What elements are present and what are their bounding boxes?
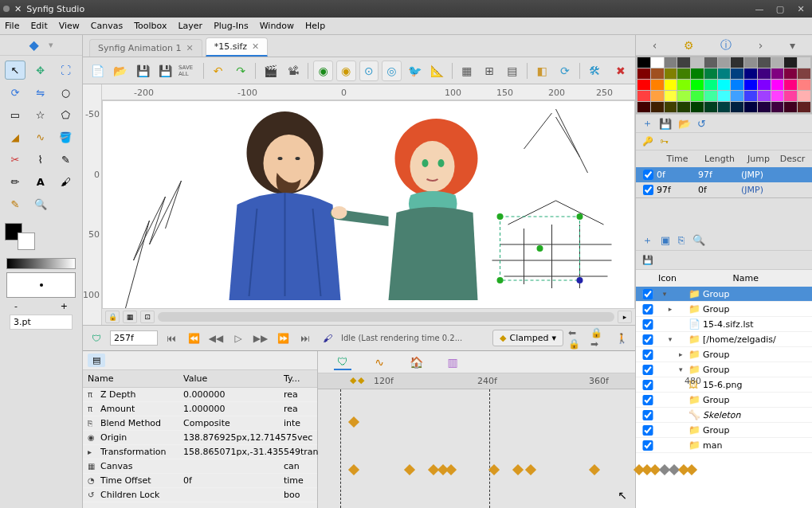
grid-icon[interactable]: ▦ bbox=[457, 61, 477, 81]
layer-row[interactable]: ▸📁Group bbox=[636, 302, 812, 317]
nav-info-icon[interactable]: ⓘ bbox=[720, 38, 732, 53]
lock-icon[interactable]: 🔒 bbox=[105, 311, 120, 323]
layer-visibility-checkbox[interactable] bbox=[639, 395, 657, 405]
palette-swatch[interactable] bbox=[758, 57, 771, 68]
layer-visibility-checkbox[interactable] bbox=[639, 380, 657, 390]
palette-swatch[interactable] bbox=[704, 57, 717, 68]
play-icon[interactable]: ▷ bbox=[229, 330, 247, 347]
settings-icon[interactable]: 🛠 bbox=[585, 61, 605, 81]
minimize-button[interactable]: — bbox=[751, 4, 767, 14]
param-row[interactable]: ↺Children Lockboo bbox=[83, 488, 317, 502]
palette-swatch[interactable] bbox=[744, 102, 757, 112]
palette-swatch[interactable] bbox=[731, 102, 743, 112]
kf-col-descr[interactable]: Descr bbox=[776, 154, 809, 164]
guide-icon[interactable]: ▤ bbox=[503, 61, 523, 81]
palette-swatch[interactable] bbox=[784, 68, 797, 79]
palette-swatch[interactable] bbox=[784, 80, 797, 90]
layer-del-icon[interactable]: 🔍 bbox=[692, 234, 705, 246]
tool-spline[interactable]: ∿ bbox=[30, 127, 51, 147]
param-row[interactable]: ◔Time Offset0ftime bbox=[83, 474, 317, 488]
palette-swatch[interactable] bbox=[798, 57, 810, 68]
tool-eyedrop[interactable]: ✎ bbox=[55, 150, 76, 169]
keyframe-checkbox[interactable] bbox=[643, 170, 653, 180]
bone-icon[interactable]: 📐 bbox=[427, 61, 447, 81]
refresh-icon[interactable]: ⟳ bbox=[555, 61, 575, 81]
palette-swatch[interactable] bbox=[718, 57, 731, 68]
tool-polygon[interactable]: ⬠ bbox=[55, 105, 76, 124]
palette-swatch[interactable] bbox=[771, 68, 784, 79]
brush-size-field[interactable]: 3.pt bbox=[10, 315, 73, 330]
palette-swatch[interactable] bbox=[718, 102, 731, 112]
menu-toolbox[interactable]: Toolbox bbox=[134, 21, 167, 31]
palette-add-icon[interactable]: ＋ bbox=[642, 116, 653, 131]
tool-brush[interactable]: 🖌 bbox=[55, 172, 76, 191]
palette-swatch[interactable] bbox=[771, 91, 784, 101]
tool-mirror[interactable]: ⇋ bbox=[30, 83, 51, 102]
nav-back-icon[interactable]: ‹ bbox=[653, 39, 657, 52]
palette-save-icon[interactable]: 💾 bbox=[659, 118, 672, 130]
tool-bucket[interactable]: 🪣 bbox=[55, 127, 76, 147]
layer-visibility-checkbox[interactable] bbox=[639, 289, 657, 299]
layer-group-icon[interactable]: ▣ bbox=[661, 234, 670, 246]
save-as-icon[interactable]: 💾 bbox=[156, 61, 176, 81]
palette-swatch[interactable] bbox=[691, 102, 704, 112]
palette-swatch[interactable] bbox=[691, 80, 704, 90]
menu-plugins[interactable]: Plug-Ins bbox=[214, 21, 249, 31]
grid-toggle-icon[interactable]: ▦ bbox=[123, 311, 137, 323]
timeline-tab-sets-icon[interactable]: ▥ bbox=[444, 354, 461, 370]
seek-fwd-icon[interactable]: ▶▶ bbox=[252, 330, 269, 347]
palette-swatch[interactable] bbox=[744, 80, 757, 90]
palette-swatch[interactable] bbox=[798, 68, 810, 79]
palette-open-icon[interactable]: 📂 bbox=[678, 118, 691, 130]
onion-4-icon[interactable]: ◎ bbox=[382, 61, 402, 81]
palette-swatch[interactable] bbox=[677, 91, 690, 101]
tool-sketch[interactable]: ✎ bbox=[5, 194, 25, 213]
palette-swatch[interactable] bbox=[677, 57, 690, 68]
palette-swatch[interactable] bbox=[744, 91, 757, 101]
canvas-browser-icon[interactable]: 💾 bbox=[642, 255, 653, 265]
kf-lock-future-icon[interactable]: 🔒➡ bbox=[590, 330, 608, 347]
seek-prev-kf-icon[interactable]: ⏪ bbox=[185, 330, 202, 347]
new-file-icon[interactable]: 📄 bbox=[88, 61, 108, 81]
palette-swatch[interactable] bbox=[771, 57, 784, 68]
palette-swatch[interactable] bbox=[798, 102, 810, 112]
param-row[interactable]: ▸Transformation158.865071px,-31.435549tr… bbox=[83, 445, 317, 459]
layer-visibility-checkbox[interactable] bbox=[639, 365, 657, 375]
layer-col-name[interactable]: Name bbox=[733, 273, 808, 283]
param-row[interactable]: πAmount1.000000rea bbox=[83, 402, 317, 416]
panel-menu2-icon[interactable]: ▾ bbox=[790, 39, 795, 52]
layer-visibility-checkbox[interactable] bbox=[639, 410, 657, 420]
menu-help[interactable]: Help bbox=[305, 21, 325, 31]
tool-zoom[interactable]: 🔍 bbox=[30, 194, 51, 213]
low-res-icon[interactable]: ◧ bbox=[532, 61, 552, 81]
palette-swatch[interactable] bbox=[651, 91, 664, 101]
person-icon[interactable]: 🚶 bbox=[613, 330, 630, 347]
layer-row[interactable]: 🖼15-6.png bbox=[636, 377, 812, 393]
palette-swatch[interactable] bbox=[677, 102, 690, 112]
palette-swatch[interactable] bbox=[637, 57, 650, 68]
layer-row[interactable]: ▸📁Group bbox=[636, 347, 812, 362]
timeline-body[interactable]: ↖ bbox=[318, 389, 635, 508]
tool-draw[interactable]: ✏ bbox=[5, 172, 25, 191]
param-row[interactable]: ▦Canvascan bbox=[83, 459, 317, 474]
tool-star[interactable]: ☆ bbox=[30, 105, 51, 124]
layer-visibility-checkbox[interactable] bbox=[639, 440, 657, 451]
undo-icon[interactable]: ↶ bbox=[208, 61, 228, 81]
keyframe-key-icon[interactable]: 🔑 bbox=[642, 136, 653, 147]
layer-visibility-checkbox[interactable] bbox=[639, 350, 657, 360]
palette-swatch[interactable] bbox=[637, 102, 650, 112]
menu-view[interactable]: View bbox=[59, 21, 80, 31]
layer-row[interactable]: ▾📁Group bbox=[636, 393, 812, 408]
layer-row[interactable]: ▸📁Group bbox=[636, 423, 812, 438]
nav-fwd-icon[interactable]: › bbox=[759, 39, 763, 52]
end-icon[interactable]: ▸ bbox=[618, 311, 632, 323]
horizontal-scrollbar[interactable] bbox=[158, 312, 614, 322]
palette-swatch[interactable] bbox=[665, 91, 677, 101]
palette-swatch[interactable] bbox=[731, 80, 743, 90]
palette-swatch[interactable] bbox=[798, 91, 810, 101]
maximize-button[interactable]: ▢ bbox=[772, 4, 788, 14]
render-icon[interactable]: 🎬 bbox=[261, 61, 280, 81]
skeleton-icon[interactable]: 🐦 bbox=[405, 61, 425, 81]
palette-swatch[interactable] bbox=[637, 68, 650, 79]
menu-file[interactable]: File bbox=[5, 21, 19, 31]
